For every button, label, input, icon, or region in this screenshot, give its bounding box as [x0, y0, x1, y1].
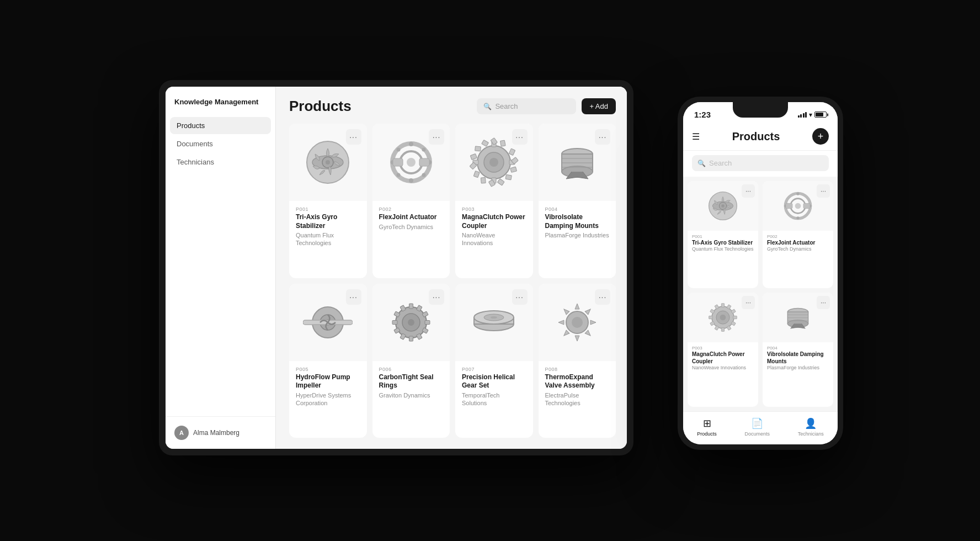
phone-nav-technicians[interactable]: 👤 Technicians — [798, 417, 824, 437]
svg-marker-70 — [575, 304, 579, 309]
product-id: P001 — [296, 206, 360, 212]
phone-card-menu-btn[interactable]: ··· — [817, 296, 830, 309]
svg-rect-30 — [481, 177, 486, 183]
phone-product-card[interactable]: ··· — [688, 293, 758, 407]
battery-icon — [814, 112, 827, 118]
phone-add-button[interactable]: + — [812, 128, 829, 145]
phone-bottom-nav: ⊞ Products 📄 Documents 👤 Technicians — [683, 411, 838, 444]
svg-rect-27 — [505, 174, 512, 180]
svg-point-7 — [409, 142, 413, 146]
search-bar[interactable]: 🔍 Search — [477, 98, 576, 114]
svg-rect-60 — [392, 320, 397, 324]
hamburger-icon[interactable]: ☰ — [692, 131, 700, 142]
svg-marker-73 — [585, 330, 592, 337]
product-card[interactable]: ··· — [289, 284, 367, 438]
svg-rect-34 — [475, 146, 481, 151]
svg-point-12 — [422, 148, 425, 152]
phone-search-placeholder: Search — [709, 159, 732, 167]
product-name: FlexJoint Actuator — [379, 213, 444, 222]
svg-point-67 — [491, 316, 497, 319]
svg-marker-71 — [585, 307, 592, 315]
sidebar-item-technicians[interactable]: Technicians — [170, 153, 271, 171]
svg-point-8 — [409, 178, 413, 183]
phone-product-id: P003 — [692, 346, 754, 351]
product-card[interactable]: ··· — [455, 124, 533, 278]
svg-rect-51 — [409, 304, 413, 309]
phone-search-area: 🔍 Search — [683, 151, 838, 177]
product-name: CarbonTight Seal Rings — [379, 373, 444, 390]
product-card[interactable]: ··· — [372, 284, 450, 438]
svg-marker-77 — [562, 307, 569, 315]
phone-time: 1:23 — [694, 110, 711, 119]
card-menu-btn[interactable]: ··· — [512, 289, 528, 305]
product-id: P003 — [462, 206, 526, 212]
product-company: PlasmaForge Industries — [545, 231, 610, 239]
product-card[interactable]: ··· — [289, 124, 367, 278]
sidebar-item-products[interactable]: Products — [170, 117, 271, 134]
document-icon: 📄 — [751, 417, 763, 429]
signal-bars-icon — [798, 112, 807, 118]
product-company: ElectraPulse Technologies — [545, 391, 610, 407]
svg-point-85 — [796, 192, 799, 195]
product-name: MagnaClutch Power Coupler — [462, 213, 526, 230]
phone-product-card[interactable]: ··· — [688, 181, 758, 288]
svg-rect-33 — [471, 153, 477, 160]
main-content: Products 🔍 Search + Add ··· — [276, 87, 627, 449]
add-button[interactable]: + Add — [582, 98, 616, 114]
card-menu-btn[interactable]: ··· — [429, 289, 444, 305]
product-name: ThermoExpand Valve Assembly — [545, 373, 610, 390]
product-company: NanoWeave Innovations — [462, 231, 526, 247]
svg-rect-89 — [803, 203, 810, 208]
card-menu-btn[interactable]: ··· — [346, 129, 361, 145]
svg-rect-16 — [393, 158, 403, 166]
phone-nav-products[interactable]: ⊞ Products — [697, 417, 717, 437]
phone-nav-technicians-label: Technicians — [798, 431, 824, 437]
product-id: P008 — [545, 367, 610, 372]
card-menu-btn[interactable]: ··· — [595, 129, 610, 145]
phone-icons: ▾ — [798, 111, 827, 119]
phone-search-bar[interactable]: 🔍 Search — [692, 155, 829, 171]
svg-rect-97 — [733, 316, 737, 319]
product-company: TemporalTech Solutions — [462, 391, 526, 407]
card-menu-btn[interactable]: ··· — [595, 289, 610, 305]
product-id: P002 — [379, 206, 444, 212]
product-card[interactable]: ··· — [539, 124, 616, 278]
svg-point-86 — [796, 216, 799, 219]
phone-product-company: Quantum Flux Technologies — [692, 246, 754, 253]
svg-rect-24 — [509, 148, 515, 155]
sidebar-item-documents[interactable]: Documents — [170, 135, 271, 152]
product-company: Quantum Flux Technologies — [296, 231, 360, 247]
svg-rect-35 — [482, 140, 489, 146]
svg-point-14 — [422, 173, 425, 177]
phone-card-menu-btn[interactable]: ··· — [742, 296, 755, 309]
svg-rect-37 — [500, 140, 506, 146]
phone-product-name: FlexJoint Actuator — [767, 239, 829, 246]
phone-nav-documents-label: Documents — [744, 431, 770, 437]
product-card[interactable]: ··· — [372, 124, 450, 278]
product-id: P004 — [545, 206, 610, 212]
product-name: VibrolsoIate Damping Mounts — [545, 213, 610, 230]
phone-card-menu-btn[interactable]: ··· — [742, 184, 755, 198]
phone-nav-documents[interactable]: 📄 Documents — [744, 417, 770, 437]
phone-product-card[interactable]: ··· — [763, 181, 833, 288]
card-menu-btn[interactable]: ··· — [429, 129, 444, 145]
svg-rect-26 — [510, 167, 517, 172]
svg-rect-28 — [498, 179, 505, 185]
card-menu-btn[interactable]: ··· — [346, 289, 361, 305]
phone-card-menu-btn[interactable]: ··· — [817, 184, 830, 198]
svg-marker-74 — [575, 336, 579, 341]
phone-product-card[interactable]: ··· P004 Vib — [763, 293, 833, 407]
phone-product-id: P001 — [692, 234, 754, 239]
phone-product-company: GyroTech Dynamics — [767, 246, 829, 253]
svg-point-81 — [721, 204, 724, 207]
product-id: P006 — [379, 367, 444, 372]
avatar: A — [174, 426, 189, 440]
product-card[interactable]: ··· — [539, 284, 616, 438]
product-name: HydroFlow Pump Impeller — [296, 373, 360, 390]
svg-point-84 — [795, 203, 801, 209]
svg-rect-90 — [786, 203, 792, 208]
product-card[interactable]: ··· P007 — [455, 284, 533, 438]
phone-notch — [733, 102, 788, 118]
card-menu-btn[interactable]: ··· — [512, 129, 528, 145]
product-name: Tri-Axis Gyro Stabilizer — [296, 213, 360, 230]
